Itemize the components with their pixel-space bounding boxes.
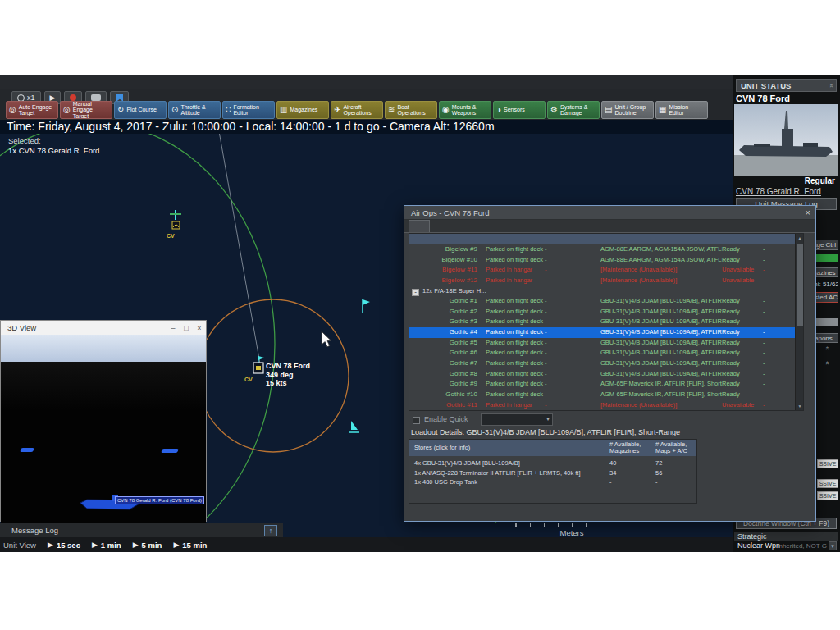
collapse-chevron-icon[interactable]: « [827, 84, 834, 87]
toolbar-button[interactable]: ◑ Sensors [493, 101, 546, 119]
info-line [698, 424, 813, 427]
toolbar-button[interactable]: ▥ Magazines [276, 101, 329, 119]
aircraft-row[interactable]: Gothic #10 Parked on flight deck - AGM-6… [409, 390, 796, 400]
maximize-button[interactable]: □ [180, 324, 193, 332]
aircraft-row[interactable]: Bigelow #9 Parked on flight deck - AGM-8… [409, 244, 796, 255]
collapse-chevron-icon[interactable]: « [824, 361, 831, 364]
emcon-button-fragment[interactable]: SSIVE [817, 459, 838, 468]
time-step-button[interactable]: ▶ 15 min [173, 541, 207, 550]
course-icon: ↻ [117, 106, 124, 114]
3d-distant-ship [161, 449, 179, 453]
store-row[interactable]: 1x 480 USG Drop Tank - - [409, 477, 696, 487]
aircraft-row[interactable]: Bigelow #10 Parked on flight deck - AGM-… [409, 255, 796, 266]
store-row[interactable]: 1x AN/ASQ-228 Terminator II ATFLIR [FLIR… [409, 468, 696, 478]
aircraft-row[interactable]: Gothic #5 Parked on flight deck - GBU-31… [409, 338, 796, 349]
map-tooltip [281, 348, 403, 386]
3d-view-titlebar[interactable]: 3D View – □ × [1, 321, 206, 335]
column-header[interactable] [763, 234, 796, 244]
toolbar-button[interactable]: ▦ Mission Editor [655, 101, 708, 119]
toolbar-button[interactable]: ≋ Boat Operations [385, 101, 437, 119]
contact-type-label: CV [167, 233, 175, 239]
3d-unit-label: CVN 78 Gerald R. Ford (CVN 78 Ford) [115, 496, 204, 504]
aircraft-row[interactable]: Bigelow #11 Parked in hangar - [Maintena… [409, 265, 796, 276]
sensors-icon: ◑ [496, 106, 501, 114]
3d-view-title: 3D View [7, 323, 167, 332]
table-scrollbar[interactable]: ▲ ▼ [795, 234, 803, 410]
map-scale-label: Meters [515, 528, 628, 537]
scroll-up-icon[interactable]: ▲ [796, 234, 804, 242]
selected-unit: 1x CVN 78 Gerald R. Ford [8, 146, 99, 155]
collapse-chevron-icon[interactable]: « [824, 346, 831, 349]
unit-class-link[interactable]: CVN 78 Gerald R. Ford [736, 187, 821, 196]
dialog-tabs [404, 220, 815, 233]
column-header[interactable] [600, 234, 722, 244]
dialog-tab[interactable] [409, 220, 430, 232]
aircraft-row[interactable]: Gothic #8 Parked on flight deck - GBU-31… [409, 369, 796, 380]
contact-icon-south[interactable] [347, 419, 362, 437]
aircraft-row[interactable]: 12x F/A-18E Super H... [409, 286, 796, 297]
unit-status-header[interactable]: UNIT STATUS « [736, 79, 837, 92]
dialog-tab[interactable] [430, 220, 450, 232]
minimize-button[interactable]: – [167, 324, 180, 332]
aircraft-row[interactable]: Gothic #3 Parked on flight deck - GBU-31… [409, 317, 796, 327]
time-bar: Time: Friday, August 4, 2017 - Zulu: 10:… [0, 120, 733, 134]
stores-col-magazines[interactable]: # Available, Magazines [609, 441, 655, 455]
contact-icon-north[interactable] [164, 208, 187, 233]
toolbar-button[interactable]: ▤ Unit / Group Doctrine [601, 101, 654, 119]
expand-message-log-button[interactable]: ↑ [264, 525, 277, 536]
time-step-button[interactable]: ▶ 5 min [133, 541, 162, 550]
store-row[interactable]: 4x GBU-31(V)4/B JDAM [BLU-109A/B] 40 72 [409, 459, 696, 468]
aircraft-row[interactable]: Gothic #1 Parked on flight deck - GBU-31… [409, 296, 796, 307]
camera-icon [91, 94, 101, 101]
message-log-bar[interactable]: Message Log ↑ [0, 523, 283, 537]
column-header[interactable] [545, 234, 600, 244]
aircraft-row[interactable]: Gothic #7 Parked on flight deck - GBU-31… [409, 358, 796, 369]
column-header[interactable] [409, 234, 486, 244]
column-header[interactable] [722, 234, 763, 244]
selected-label: Selected: [8, 136, 41, 145]
scroll-down-icon[interactable]: ▼ [796, 402, 804, 410]
time-step-button[interactable]: ▶ 1 min [92, 541, 121, 550]
scrollbar-thumb[interactable] [797, 244, 803, 326]
quick-turnaround-dropdown[interactable]: ▾ [481, 413, 553, 426]
play-icon: ▶ [133, 541, 139, 549]
column-header[interactable] [486, 234, 545, 244]
unit-photo [734, 104, 838, 176]
aircraft-table-header [409, 234, 796, 244]
nuclear-wpn-dropdown[interactable]: ▾ [829, 541, 837, 550]
toolbar-button[interactable]: ∷ Formation Editor [222, 101, 275, 119]
enable-quick-label: Enable Quick [424, 415, 468, 423]
3d-view-window: 3D View – □ × CVN 78 Gerald R. Ford (CVN… [0, 320, 207, 522]
toolbar-button[interactable]: ↻ Plot Course [114, 101, 167, 119]
aircraft-row[interactable]: Gothic #2 Parked on flight deck - GBU-31… [409, 307, 796, 317]
air-ops-dialog: Air Ops - CVN 78 Ford × Bigelow #9 Parke… [404, 205, 816, 522]
magazines-icon: ▥ [280, 106, 287, 114]
stores-col-total[interactable]: # Available, Mags + A/C [655, 441, 696, 455]
unit-view-label[interactable]: Unit View [3, 541, 36, 550]
toolbar-button[interactable]: ⚙ Systems & Damage [547, 101, 600, 119]
emcon-button-fragment[interactable]: SSIVE [817, 479, 838, 488]
aircraft-row[interactable]: Gothic #4 Parked on flight deck - GBU-31… [409, 327, 796, 338]
dialog-titlebar[interactable]: Air Ops - CVN 78 Ford × [404, 206, 815, 220]
dialog-title: Air Ops - CVN 78 Ford [411, 208, 490, 217]
aircraft-row[interactable]: Gothic #9 Parked on flight deck - AGM-65… [409, 379, 796, 390]
close-icon[interactable]: × [806, 208, 810, 217]
toolbar-button[interactable]: ◎ Manual Engage Target [60, 101, 112, 119]
aircraft-rows: Bigelow #9 Parked on flight deck - AGM-8… [409, 244, 796, 411]
toolbar-button[interactable]: ◉ Mounts & Weapons [439, 101, 491, 119]
time-step-button[interactable]: ▶ 15 sec [48, 541, 80, 550]
toolbar-button[interactable]: ⊙ Throttle & Altitude [168, 101, 221, 119]
toolbar-button[interactable]: ✈ Aircraft Operations [331, 101, 383, 119]
stores-col-name[interactable]: Stores (click for info) [409, 445, 609, 452]
loadout-details-label: Loadout Details: GBU-31(V)4/B JDAM [BLU-… [411, 428, 680, 436]
unit-status-title: UNIT STATUS [741, 81, 829, 90]
close-button[interactable]: × [193, 324, 206, 332]
aircraft-row[interactable]: Gothic #11 Parked in hangar - [Maintenan… [409, 400, 796, 411]
emcon-button-fragment[interactable]: SSIVE [817, 491, 838, 500]
aircraft-row[interactable]: Gothic #6 Parked on flight deck - GBU-31… [409, 348, 796, 358]
aircraft-row[interactable]: Bigelow #12 Parked in hangar - [Maintena… [409, 276, 796, 286]
toolbar-button[interactable]: ◎ Auto Engage Target [6, 101, 58, 119]
contact-icon-east[interactable] [359, 297, 372, 315]
cvn-unit-icon[interactable] [251, 356, 267, 379]
enable-quick-checkbox[interactable] [413, 417, 420, 424]
